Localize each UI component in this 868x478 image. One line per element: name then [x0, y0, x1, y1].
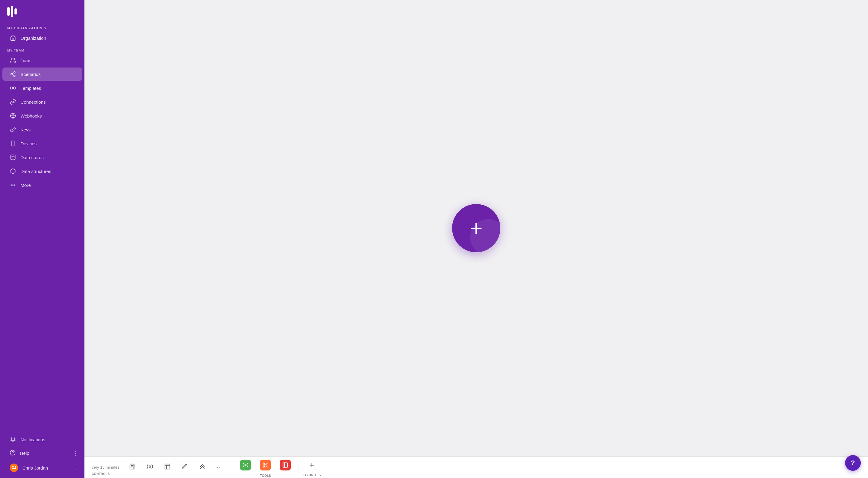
sidebar-item-label: Connections — [21, 99, 45, 105]
ellipsis-icon: ··· — [217, 464, 223, 471]
favorites-section: + FAVORITES — [303, 458, 320, 477]
sidebar: MY ORGANIZATION ▾ Organization MY TEAM T… — [0, 0, 85, 478]
svg-line-30 — [266, 466, 268, 467]
sidebar-item-connections[interactable]: Connections — [2, 95, 82, 108]
gear-icon — [147, 463, 153, 471]
notes-icon — [164, 463, 171, 471]
svg-rect-32 — [283, 463, 288, 468]
sidebar-item-notifications[interactable]: Notifications — [2, 433, 82, 446]
org-label: MY ORGANIZATION — [7, 26, 42, 30]
svg-line-8 — [12, 73, 14, 73]
user-avatar-icon: CJ — [10, 464, 18, 472]
add-icon: + — [309, 460, 314, 470]
home-icon — [10, 35, 16, 41]
webhooks-icon — [10, 112, 16, 119]
create-scenario-fab[interactable]: + — [452, 204, 500, 252]
user-action-button[interactable]: ⋮ — [69, 463, 82, 473]
sidebar-item-label: Scenarios — [21, 72, 41, 77]
toolbar-separator-2 — [299, 463, 299, 472]
save-icon — [129, 463, 136, 471]
controls-label: CONTROLS — [92, 472, 110, 476]
flow-button[interactable] — [194, 461, 211, 474]
svg-point-15 — [11, 185, 12, 186]
scenarios-icon — [10, 71, 16, 77]
help-action-button[interactable]: ⋮ — [69, 448, 82, 458]
tool-orange-button[interactable] — [256, 457, 275, 473]
svg-rect-2 — [14, 8, 17, 14]
svg-point-14 — [11, 155, 16, 157]
magic-button[interactable] — [177, 461, 193, 474]
bottom-toolbar: very 15 minutes. — [85, 456, 868, 478]
tool-green-icon-box — [240, 459, 251, 471]
tools-group — [236, 457, 295, 473]
sidebar-item-organization[interactable]: Organization — [2, 31, 82, 45]
logo-mark — [7, 6, 21, 19]
notes-button[interactable] — [159, 461, 176, 474]
org-selector[interactable]: MY ORGANIZATION ▾ — [0, 24, 85, 31]
add-favorite-button[interactable]: + — [303, 458, 320, 472]
controls-group: ··· — [124, 461, 228, 474]
sidebar-item-user-row: CJ Chris Jordan ⋮ — [2, 460, 82, 475]
tool-red-button[interactable] — [276, 457, 295, 473]
app-logo — [0, 0, 85, 24]
svg-line-31 — [265, 464, 266, 465]
sidebar-divider — [5, 195, 80, 195]
scenario-settings-button[interactable] — [142, 461, 158, 474]
sidebar-item-help[interactable]: Help — [2, 446, 69, 460]
tool-orange-icon-box — [260, 459, 271, 471]
sidebar-item-label: Organization — [21, 36, 46, 41]
svg-rect-12 — [12, 141, 14, 146]
sidebar-item-devices[interactable]: Devices — [2, 137, 82, 150]
sidebar-item-more[interactable]: More — [2, 178, 82, 192]
sidebar-item-label: Data structures — [21, 169, 51, 174]
help-fab-button[interactable]: ? — [845, 455, 861, 471]
svg-rect-1 — [11, 6, 13, 17]
toolbar-more-button[interactable]: ··· — [211, 461, 228, 474]
tool-green-button[interactable] — [236, 457, 255, 473]
plus-icon: + — [470, 217, 483, 239]
sidebar-item-label: Team — [21, 58, 32, 63]
sidebar-item-templates[interactable]: Templates — [2, 81, 82, 95]
chevron-down-icon: ▾ — [44, 27, 46, 30]
svg-point-3 — [11, 58, 13, 60]
my-team-section-label: MY TEAM — [0, 45, 85, 53]
help-fab-icon: ? — [851, 459, 855, 467]
svg-point-20 — [149, 466, 151, 468]
svg-line-25 — [186, 464, 187, 465]
sidebar-item-label: Devices — [21, 141, 36, 146]
sidebar-item-team[interactable]: Team — [2, 54, 82, 67]
data-structures-icon — [10, 168, 16, 174]
favorites-label: FAVORITES — [303, 474, 320, 477]
sidebar-item-label: Chris Jordan — [22, 465, 48, 471]
main-content: + very 15 minutes. — [85, 0, 868, 478]
sidebar-item-label: Webhooks — [21, 113, 42, 118]
sidebar-item-user[interactable]: CJ Chris Jordan — [2, 460, 69, 475]
devices-icon — [10, 140, 16, 147]
data-stores-icon — [10, 154, 16, 161]
tools-section: TOOLS — [236, 457, 295, 477]
canvas-area: + — [85, 0, 868, 456]
sidebar-item-data-stores[interactable]: Data stores — [2, 151, 82, 164]
svg-rect-21 — [165, 464, 170, 469]
sidebar-item-webhooks[interactable]: Webhooks — [2, 109, 82, 123]
svg-line-7 — [12, 74, 14, 75]
flow-icon — [199, 463, 206, 471]
wand-icon — [182, 463, 188, 471]
sidebar-item-data-structures[interactable]: Data structures — [2, 165, 82, 178]
sidebar-item-label: Keys — [21, 127, 30, 132]
sidebar-item-keys[interactable]: Keys — [2, 123, 82, 136]
more-icon — [10, 182, 16, 189]
sidebar-item-label: Data stores — [21, 155, 44, 160]
svg-point-26 — [245, 465, 246, 466]
bell-icon — [10, 436, 16, 443]
team-icon — [10, 57, 16, 64]
sidebar-item-label: Notifications — [21, 437, 45, 442]
help-icon — [10, 450, 16, 456]
sidebar-bottom: Notifications Help ⋮ CJ Chris Jordan — [0, 433, 85, 478]
sidebar-item-label: Templates — [21, 86, 41, 91]
sidebar-item-scenarios[interactable]: Scenarios — [2, 68, 82, 81]
connections-icon — [10, 99, 16, 105]
tools-label: TOOLS — [260, 474, 271, 477]
save-button[interactable] — [124, 461, 141, 474]
keys-icon — [10, 126, 16, 133]
